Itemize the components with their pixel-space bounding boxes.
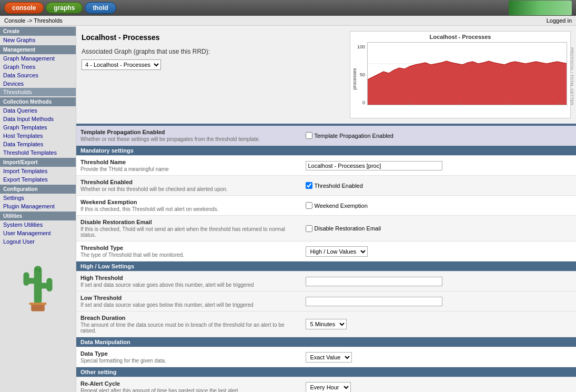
threshold-enabled-checkbox-text: Threshold Enabled (315, 183, 363, 189)
sidebar-section-configuration: Configuration (0, 185, 76, 194)
ds-name: Localhost - Processes (82, 33, 339, 42)
tpl-propagation-checkbox-text: Template Propagation Enabled (315, 133, 393, 139)
y-axis-label: processes (352, 68, 357, 89)
sidebar-item-system-utilities[interactable]: System Utilities (0, 220, 76, 229)
graph-info: Localhost - Processes Associated Graph (… (82, 31, 339, 70)
threshold-type-row: Threshold Type The type of Threshold tha… (76, 242, 576, 262)
threshold-name-row: Threshold Name Provide the THold a meani… (76, 156, 576, 176)
sidebar-item-data-templates[interactable]: Data Templates (0, 140, 76, 148)
low-threshold-input[interactable] (306, 297, 442, 306)
breach-duration-title: Breach Duration (80, 315, 297, 321)
disable-restoration-title: Disable Restoration Email (80, 219, 297, 225)
high-threshold-input[interactable] (306, 277, 442, 286)
form-table: Template Propagation Enabled Whether or … (76, 126, 576, 392)
assoc-graph-label: Associated Graph (graphs that use this R… (82, 48, 339, 55)
weekend-exemption-checkbox[interactable] (306, 202, 312, 209)
sidebar-item-export-templates[interactable]: Export Templates (0, 175, 76, 184)
breach-duration-select[interactable]: 5 Minutes (306, 319, 347, 329)
threshold-type-input-cell: High / Low Values (301, 242, 577, 262)
breach-duration-label-cell: Breach Duration The amount of time the d… (76, 311, 301, 337)
threshold-type-desc: The type of Threshold that will be monit… (80, 252, 297, 258)
graph-preview: Localhost - Processes 100 50 0 processes (350, 31, 571, 118)
threshold-name-title: Threshold Name (80, 159, 297, 165)
disable-restoration-input-cell: Disable Restoration Email (301, 216, 577, 242)
sidebar-item-import-templates[interactable]: Import Templates (0, 167, 76, 175)
high-low-section-header: High / Low Settings (76, 262, 576, 272)
tpl-propagation-checkbox[interactable] (306, 132, 312, 139)
sidebar-item-devices[interactable]: Devices (0, 79, 76, 88)
svg-rect-8 (29, 303, 47, 305)
cactus-icon (17, 256, 59, 314)
threshold-enabled-input-cell: Threshold Enabled (301, 176, 577, 196)
disable-restoration-label[interactable]: Disable Restoration Email (306, 225, 572, 232)
weekend-exemption-label[interactable]: Weekend Exemption (306, 202, 572, 209)
sidebar-item-settings[interactable]: Settings (0, 194, 76, 202)
sidebar-item-new-graphs[interactable]: New Graphs (0, 36, 76, 44)
sidebar-item-data-sources[interactable]: Data Sources (0, 71, 76, 79)
threshold-type-select[interactable]: High / Low Values (306, 246, 368, 257)
weekend-exemption-row: Weekend Exemption If this is checked, th… (76, 196, 576, 216)
mandatory-section-header: Mandatory settings (76, 146, 576, 156)
breadcrumb: Console -> Thresholds (4, 17, 63, 24)
sidebar-item-graph-templates[interactable]: Graph Templates (0, 123, 76, 132)
header-image (509, 1, 572, 15)
sidebar-item-graph-management[interactable]: Graph Management (0, 54, 76, 63)
realert-cycle-row: Re-Alert Cycle Repeat alert after this a… (76, 377, 576, 393)
threshold-type-label-cell: Threshold Type The type of Threshold tha… (76, 242, 301, 262)
sidebar-item-data-queries[interactable]: Data Queries (0, 106, 76, 115)
sidebar-section-create: Create (0, 27, 76, 36)
console-nav-btn[interactable]: console (4, 2, 44, 14)
other-section-header: Other setting (76, 367, 576, 377)
mandatory-header-row: Mandatory settings (76, 146, 576, 156)
data-manipulation-section-header: Data Manipulation (76, 337, 576, 347)
low-threshold-row: Low Threshold If set and data source val… (76, 292, 576, 311)
threshold-enabled-checkbox[interactable] (306, 182, 312, 189)
threshold-enabled-label[interactable]: Threshold Enabled (306, 182, 572, 189)
data-type-select[interactable]: Exact Value (306, 352, 352, 363)
high-threshold-row: High Threshold If set and data source va… (76, 272, 576, 292)
other-setting-header-row: Other setting (76, 367, 576, 377)
threshold-name-desc: Provide the THold a meaningful name (80, 166, 297, 172)
threshold-name-input-cell (301, 156, 577, 176)
sidebar-item-thresholds[interactable]: Thresholds (0, 88, 76, 96)
sidebar-item-threshold-templates[interactable]: Threshold Templates (0, 148, 76, 157)
disable-restoration-row: Disable Restoration Email If this is che… (76, 216, 576, 242)
data-type-label-cell: Data Type Special formatting for the giv… (76, 347, 301, 367)
realert-cycle-select[interactable]: Every Hour (306, 382, 351, 393)
thold-nav-btn[interactable]: thold (85, 2, 116, 14)
data-type-title: Data Type (80, 350, 297, 357)
content-area: Localhost - Processes Associated Graph (… (76, 26, 576, 392)
sidebar-item-logout-user[interactable]: Logout User (0, 237, 76, 246)
sidebar-logo (0, 246, 76, 325)
threshold-enabled-desc: Whether or not this threshold will be ch… (80, 186, 297, 192)
protocol-label: PROTOCOL / TOTAL GETTER (570, 47, 574, 105)
disable-restoration-label-cell: Disable Restoration Email If this is che… (76, 216, 301, 242)
tpl-propagation-desc: Whether or not these settings will be pr… (80, 136, 297, 142)
data-manipulation-header-row: Data Manipulation (76, 337, 576, 347)
breach-duration-input-cell: 5 Minutes (301, 311, 577, 337)
threshold-name-input[interactable] (306, 161, 442, 170)
low-threshold-title: Low Threshold (80, 295, 297, 301)
data-type-input-cell: Exact Value (301, 347, 577, 367)
svg-rect-2 (24, 272, 29, 286)
sidebar: Create New Graphs Management Graph Manag… (0, 26, 76, 392)
assoc-graph-select[interactable]: 4 - Localhost - Processes (82, 59, 161, 70)
sidebar-item-user-management[interactable]: User Management (0, 229, 76, 237)
sidebar-item-plugin-management[interactable]: Plugin Management (0, 202, 76, 210)
sidebar-item-data-input-methods[interactable]: Data Input Methods (0, 115, 76, 123)
tpl-propagation-input-cell: Template Propagation Enabled (301, 126, 577, 146)
sidebar-item-host-templates[interactable]: Host Templates (0, 132, 76, 140)
realert-cycle-input-cell: Every Hour (301, 377, 577, 393)
threshold-enabled-title: Threshold Enabled (80, 179, 297, 185)
svg-rect-4 (47, 278, 53, 292)
disable-restoration-checkbox[interactable] (306, 225, 312, 232)
sidebar-item-graph-trees[interactable]: Graph Trees (0, 63, 76, 71)
graphs-nav-btn[interactable]: graphs (46, 2, 83, 14)
high-low-header-row: High / Low Settings (76, 262, 576, 272)
realert-cycle-desc: Repeat alert after this amount of time h… (80, 388, 297, 392)
sidebar-section-utilities: Utilities (0, 212, 76, 220)
svg-marker-11 (368, 61, 567, 105)
weekend-exemption-input-cell: Weekend Exemption (301, 196, 577, 216)
tpl-propagation-checkbox-label[interactable]: Template Propagation Enabled (306, 132, 572, 139)
breach-duration-desc: The amount of time the data source must … (80, 322, 297, 334)
